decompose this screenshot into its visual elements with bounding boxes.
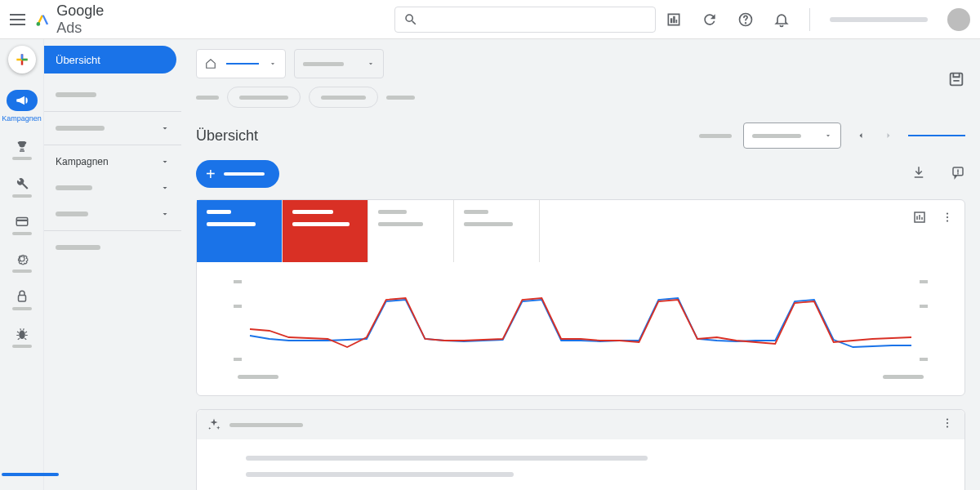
save-button[interactable] <box>947 70 965 88</box>
account-label <box>830 17 928 22</box>
line-chart <box>213 274 948 372</box>
svg-rect-8 <box>18 296 25 302</box>
caret-down-icon <box>367 60 375 68</box>
search-icon <box>403 12 418 27</box>
sparkle-icon <box>207 417 221 432</box>
view-selector[interactable] <box>294 49 384 78</box>
nav-item[interactable] <box>44 82 181 108</box>
svg-point-5 <box>746 22 746 23</box>
bug-icon <box>15 327 29 341</box>
svg-rect-12 <box>951 74 963 86</box>
more-vert-icon <box>940 416 955 430</box>
card-menu-button[interactable] <box>940 416 955 434</box>
account-selector[interactable] <box>196 49 286 78</box>
tools-icon <box>15 176 29 191</box>
expand-chart-button[interactable] <box>912 210 927 228</box>
chevron-down-icon <box>160 183 170 193</box>
card-menu-button[interactable] <box>940 210 955 228</box>
header-actions <box>666 8 970 31</box>
home-icon <box>205 58 216 69</box>
svg-rect-7 <box>16 220 28 221</box>
prev-period[interactable] <box>853 127 869 144</box>
reports-icon[interactable] <box>666 11 682 28</box>
svg-rect-2 <box>673 16 675 22</box>
nav-item[interactable] <box>44 234 181 261</box>
main-content: Übersicht + <box>181 39 980 490</box>
metric-tab-4[interactable] <box>454 200 540 262</box>
chevron-right-icon <box>884 131 893 140</box>
date-range-picker[interactable] <box>743 122 841 149</box>
notifications-icon[interactable] <box>773 11 790 28</box>
svg-point-15 <box>947 212 948 214</box>
metric-tab-3[interactable] <box>368 200 454 262</box>
more-vert-icon <box>940 210 955 225</box>
app-header: Google Ads <box>0 0 980 39</box>
nav-campaigns[interactable]: Kampagnen <box>44 149 181 175</box>
feedback-icon <box>951 165 965 180</box>
svg-point-24 <box>947 418 948 420</box>
secondary-nav: Übersicht Kampagnen <box>44 39 181 490</box>
svg-rect-6 <box>16 218 28 226</box>
filter-chip[interactable] <box>309 87 378 108</box>
create-fab[interactable] <box>8 46 36 74</box>
nav-item[interactable] <box>44 175 181 201</box>
google-ads-logo-icon <box>35 10 50 29</box>
next-period[interactable] <box>880 127 897 144</box>
performance-chart-card <box>196 199 965 396</box>
filter-chip[interactable] <box>227 87 301 108</box>
trophy-icon <box>15 139 29 154</box>
plus-icon: + <box>206 166 216 182</box>
card-icon <box>15 214 29 229</box>
rail-tools[interactable] <box>0 176 43 198</box>
svg-rect-1 <box>670 18 673 23</box>
chart-icon <box>912 210 927 225</box>
user-avatar[interactable] <box>947 8 970 31</box>
rail-goals[interactable] <box>0 139 43 160</box>
feedback-button[interactable] <box>951 165 965 183</box>
page-title: Übersicht <box>196 127 258 145</box>
gear-icon <box>15 252 29 266</box>
nav-item[interactable] <box>44 115 181 141</box>
chevron-down-icon <box>160 157 170 167</box>
rail-campaigns[interactable]: Kampagnen <box>0 90 43 122</box>
insights-card <box>196 409 965 490</box>
chevron-left-icon <box>856 131 866 140</box>
svg-point-9 <box>19 331 25 340</box>
caret-down-icon <box>824 131 832 140</box>
chevron-down-icon <box>160 123 170 133</box>
svg-point-16 <box>947 216 948 218</box>
lock-icon <box>15 289 29 304</box>
download-icon <box>911 165 926 180</box>
nav-overview[interactable]: Übersicht <box>44 46 176 74</box>
svg-point-26 <box>947 425 948 427</box>
metric-tab-2[interactable] <box>283 200 368 262</box>
download-button[interactable] <box>911 165 926 183</box>
rail-bug[interactable] <box>0 327 43 348</box>
svg-point-17 <box>947 220 948 221</box>
svg-rect-3 <box>676 20 678 23</box>
rail-footer[interactable] <box>0 467 59 482</box>
megaphone-icon <box>15 93 29 108</box>
metric-tab-1[interactable] <box>197 200 283 262</box>
brand-logo[interactable]: Google Ads <box>35 2 115 37</box>
refresh-icon[interactable] <box>702 11 718 28</box>
nav-item[interactable] <box>44 201 181 227</box>
caret-down-icon <box>269 60 277 68</box>
svg-point-25 <box>947 422 948 424</box>
help-icon[interactable] <box>737 11 754 28</box>
rail-security[interactable] <box>0 289 43 310</box>
new-campaign-button[interactable]: + <box>196 160 279 188</box>
search-input[interactable] <box>394 7 656 33</box>
svg-point-0 <box>36 22 40 26</box>
menu-icon[interactable] <box>10 10 25 29</box>
plus-icon <box>14 51 30 68</box>
chevron-down-icon <box>160 209 170 219</box>
nav-rail: Kampagnen <box>0 39 44 490</box>
rail-billing[interactable] <box>0 214 43 235</box>
rail-admin[interactable] <box>0 252 43 273</box>
